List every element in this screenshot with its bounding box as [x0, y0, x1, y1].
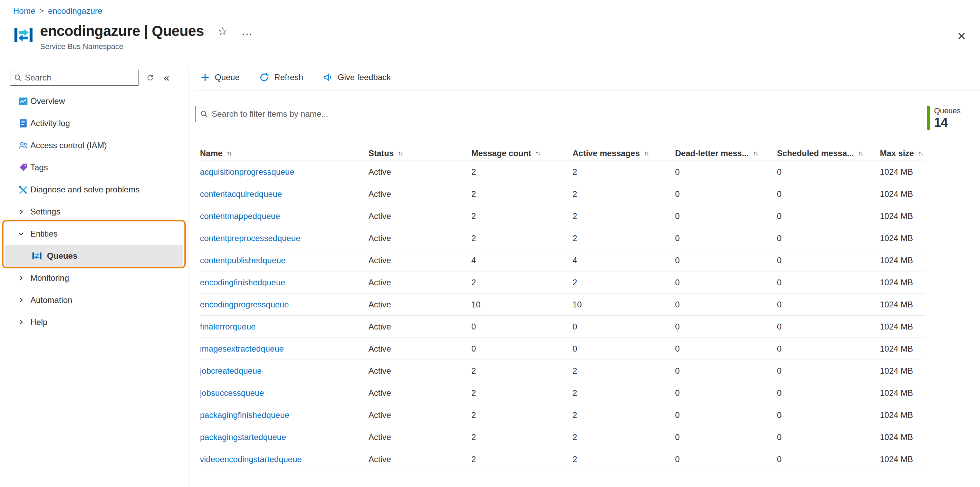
queue-max-size: 1024 MB: [880, 433, 925, 442]
queue-active-messages: 2: [573, 212, 675, 221]
queue-max-size: 1024 MB: [880, 278, 925, 287]
queue-scheduled: 0: [777, 366, 880, 376]
queue-name-link[interactable]: packagingfinishedqueue: [200, 410, 290, 420]
sidebar-item-monitoring[interactable]: Monitoring: [0, 267, 188, 289]
tags-icon: [17, 162, 29, 173]
queue-message-count: 2: [471, 388, 573, 398]
queue-status: Active: [368, 300, 471, 309]
sidebar-item-tags[interactable]: Tags: [0, 156, 188, 178]
queue-name-link[interactable]: contentpreprocessedqueue: [200, 234, 301, 243]
queue-active-messages: 2: [573, 433, 675, 442]
sidebar-item-help[interactable]: Help: [0, 311, 188, 333]
queue-name-link[interactable]: contentpublishedqueue: [200, 256, 286, 265]
column-header-dead-letter[interactable]: Dead-letter mess... ↑↓: [675, 148, 777, 158]
main-content: Queue Refresh Give feedback: [189, 65, 980, 487]
sidebar-search-box[interactable]: [10, 70, 139, 86]
sidebar-item-activity-log[interactable]: Activity log: [0, 112, 188, 134]
queue-scheduled: 0: [777, 344, 880, 354]
queue-max-size: 1024 MB: [880, 322, 925, 331]
add-queue-button[interactable]: Queue: [200, 73, 240, 82]
column-header-scheduled[interactable]: Scheduled messa... ↑↓: [777, 148, 880, 158]
queue-scheduled: 0: [777, 388, 880, 398]
table-row: videoencodingstartedqueue Active 2 2 0 0…: [200, 448, 925, 470]
table-row: finalerrorqueue Active 0 0 0 0 1024 MB: [200, 316, 925, 338]
sidebar-item-automation[interactable]: Automation: [0, 289, 188, 311]
sidebar-search-input[interactable]: [25, 73, 136, 83]
close-icon[interactable]: ✕: [957, 30, 966, 43]
queue-status: Active: [368, 167, 471, 177]
sidebar-item-queues[interactable]: Queues: [5, 245, 183, 267]
page-header: Home > encodingazure encodingazure | Que…: [0, 0, 980, 65]
queue-dead-letter: 0: [675, 433, 777, 442]
queue-scheduled: 0: [777, 278, 880, 287]
queue-name-link[interactable]: acquisitionprogressqueue: [200, 167, 294, 177]
queue-name-link[interactable]: finalerrorqueue: [200, 322, 256, 331]
breadcrumb-resource-link[interactable]: encodingazure: [48, 6, 102, 16]
chevron-right-icon: [17, 318, 29, 326]
queue-message-count: 2: [471, 278, 573, 287]
queue-name-link[interactable]: encodingprogressqueue: [200, 300, 289, 309]
give-feedback-button[interactable]: Give feedback: [323, 72, 391, 83]
sidebar-item-settings[interactable]: Settings: [0, 201, 188, 223]
column-header-message-count[interactable]: Message count ↑↓: [471, 148, 573, 158]
queue-scheduled: 0: [777, 189, 880, 199]
column-header-name[interactable]: Name ↑↓: [200, 148, 368, 158]
queue-max-size: 1024 MB: [880, 212, 925, 221]
queues-table: Name ↑↓ Status ↑↓ Message count ↑↓ Activ…: [200, 146, 925, 470]
queue-status: Active: [368, 455, 471, 464]
queue-active-messages: 2: [573, 167, 675, 177]
queue-status: Active: [368, 212, 471, 221]
queue-status: Active: [368, 189, 471, 199]
sync-icon[interactable]: [146, 74, 154, 81]
table-row: acquisitionprogressqueue Active 2 2 0 0 …: [200, 161, 925, 183]
chevron-right-icon: [17, 208, 29, 215]
queues-table-header: Name ↑↓ Status ↑↓ Message count ↑↓ Activ…: [200, 146, 925, 161]
queue-max-size: 1024 MB: [880, 189, 925, 199]
refresh-icon: [259, 72, 269, 83]
table-row: jobcreatedqueue Active 2 2 0 0 1024 MB: [200, 360, 925, 382]
column-header-active-messages[interactable]: Active messages ↑↓: [573, 148, 675, 158]
filter-input[interactable]: [212, 109, 915, 119]
collapse-menu-icon[interactable]: «: [164, 72, 170, 84]
favorite-star-icon[interactable]: ☆: [218, 25, 228, 37]
queue-max-size: 1024 MB: [880, 410, 925, 420]
queue-status: Active: [368, 366, 471, 376]
column-header-max-size[interactable]: Max size ↑↓: [880, 148, 925, 158]
sidebar-item-diagnose[interactable]: Diagnose and solve problems: [0, 178, 188, 201]
column-header-status[interactable]: Status ↑↓: [368, 148, 471, 158]
queue-status: Active: [368, 322, 471, 331]
queue-max-size: 1024 MB: [880, 344, 925, 354]
queue-dead-letter: 0: [675, 234, 777, 243]
queue-message-count: 2: [471, 433, 573, 442]
queue-name-link[interactable]: imagesextractedqueue: [200, 344, 284, 353]
more-options-icon[interactable]: …: [241, 25, 253, 37]
queue-dead-letter: 0: [675, 256, 777, 265]
queue-name-link[interactable]: contentacquiredqueue: [200, 189, 282, 199]
queue-name-link[interactable]: jobcreatedqueue: [200, 366, 262, 376]
feedback-icon: [323, 72, 333, 83]
queue-message-count: 2: [471, 366, 573, 376]
sort-icon: ↑↓: [226, 150, 232, 157]
activity-log-icon: [17, 118, 29, 129]
queue-name-link[interactable]: encodingfinishedqueue: [200, 278, 285, 287]
diagnose-icon: [17, 184, 29, 196]
sidebar-item-entities[interactable]: Entities: [0, 223, 188, 245]
queue-name-link[interactable]: packagingstartedqueue: [200, 433, 286, 442]
queue-name-link[interactable]: contentmappedqueue: [200, 212, 280, 221]
queue-name-link[interactable]: jobsuccessqueue: [200, 388, 264, 398]
sort-icon: ↑↓: [398, 150, 403, 157]
queue-active-messages: 2: [573, 455, 675, 464]
queue-name-link[interactable]: videoencodingstartedqueue: [200, 455, 302, 464]
queue-active-messages: 2: [573, 234, 675, 243]
breadcrumb-separator: >: [39, 6, 44, 16]
queue-max-size: 1024 MB: [880, 388, 925, 398]
sidebar-item-access-control[interactable]: Access control (IAM): [0, 134, 188, 156]
queues-table-body: acquisitionprogressqueue Active 2 2 0 0 …: [200, 161, 925, 470]
table-row: contentacquiredqueue Active 2 2 0 0 1024…: [200, 183, 925, 205]
breadcrumb-home-link[interactable]: Home: [13, 6, 35, 16]
sidebar-item-overview[interactable]: Overview: [0, 90, 188, 112]
filter-box[interactable]: [196, 106, 919, 122]
plus-icon: [200, 73, 210, 82]
queue-message-count: 2: [471, 410, 573, 420]
refresh-button[interactable]: Refresh: [259, 72, 303, 83]
